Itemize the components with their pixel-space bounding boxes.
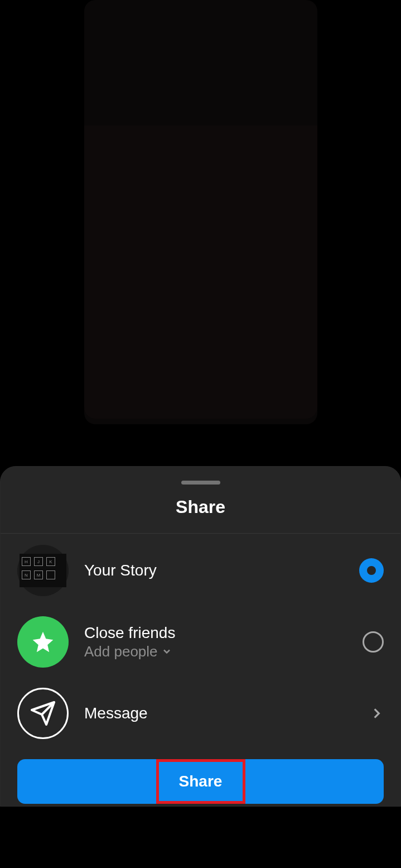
option-label-your-story: Your Story xyxy=(84,562,344,579)
sheet-drag-handle[interactable] xyxy=(181,481,220,485)
chevron-down-icon xyxy=(161,646,172,657)
share-option-message[interactable]: Message xyxy=(1,678,400,749)
share-option-your-story[interactable]: H J K N M Your Story xyxy=(1,534,400,606)
share-bottom-sheet: Share H J K N M Your Story Close friend xyxy=(0,466,401,807)
send-icon xyxy=(30,700,56,727)
your-story-avatar: H J K N M xyxy=(17,545,69,596)
sheet-title: Share xyxy=(1,497,400,534)
radio-unselected-icon[interactable] xyxy=(363,631,384,653)
share-button[interactable]: Share xyxy=(17,759,384,804)
radio-selected-icon[interactable] xyxy=(359,558,384,583)
share-option-close-friends[interactable]: Close friends Add people xyxy=(1,606,400,678)
message-icon-circle xyxy=(17,688,69,739)
star-icon xyxy=(31,630,55,654)
story-preview-area xyxy=(0,0,401,466)
option-label-message: Message xyxy=(84,704,354,722)
option-label-close-friends: Close friends xyxy=(84,624,347,642)
highlight-annotation-box xyxy=(156,759,245,804)
option-sublabel-add-people[interactable]: Add people xyxy=(84,643,347,660)
close-friends-icon xyxy=(17,616,69,668)
story-preview-thumbnail[interactable] xyxy=(84,0,317,424)
chevron-right-icon xyxy=(369,706,384,721)
